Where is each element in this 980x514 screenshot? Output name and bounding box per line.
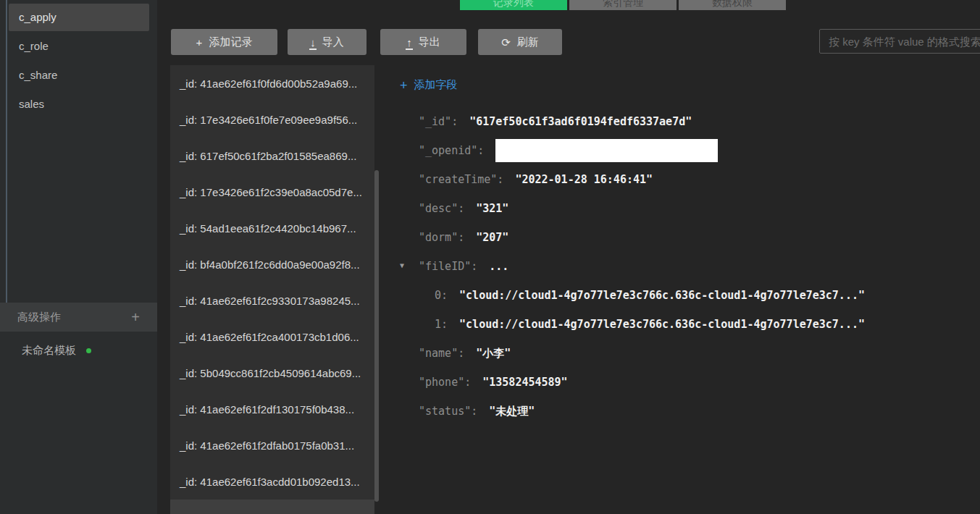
template-status-dot-icon bbox=[86, 348, 91, 353]
refresh-icon: ⟳ bbox=[501, 37, 511, 48]
json-field-row: "phone":"13582454589" bbox=[419, 368, 969, 397]
json-field-row: "createTime":"2022-01-28 16:46:41" bbox=[419, 165, 969, 194]
record-list-scrollbar[interactable] bbox=[374, 170, 379, 502]
json-value: "617ef50c61f3ad6f0194fedf6337ae7d" bbox=[469, 115, 692, 128]
json-key: "createTime": bbox=[419, 173, 503, 186]
import-icon: ↓ bbox=[310, 37, 316, 48]
record-row[interactable]: _id: bf4a0bf261f2c6dd0a9e00a92f8... bbox=[170, 246, 374, 282]
record-row[interactable]: _id: 617ef50c61f2ba2f01585ea869... bbox=[170, 138, 374, 174]
json-key: 0: bbox=[435, 289, 448, 302]
record-row[interactable]: _id: 41ae62ef61f2df130175f0b438... bbox=[170, 391, 374, 427]
record-row[interactable]: _id: 41ae62ef61f0fd6d00b52a9a69... bbox=[170, 65, 374, 101]
json-field-row: 0:"cloud://cloud1-4g7o77le7e3c766c.636c-… bbox=[419, 281, 969, 310]
import-button[interactable]: ↓ 导入 bbox=[288, 29, 367, 55]
json-value: "2022-01-28 16:46:41" bbox=[515, 173, 653, 186]
json-value: "小李" bbox=[476, 347, 511, 361]
collections-sidebar: c_applyc_rolec_sharesales 高级操作 + 未命名模板 bbox=[0, 0, 157, 514]
sidebar-collection-sales[interactable]: sales bbox=[9, 90, 149, 118]
record-row[interactable]: _id: 41ae62ef61f2dfab0175fa0b31... bbox=[170, 427, 374, 463]
record-row[interactable]: _id: 17e3426e61f0fe7e09ee9a9f56... bbox=[170, 101, 374, 138]
json-value: "207" bbox=[476, 231, 508, 244]
collapse-arrow-icon[interactable]: ▼ bbox=[400, 261, 404, 269]
import-label: 导入 bbox=[322, 35, 344, 49]
json-field-row: "_id":"617ef50c61f3ad6f0194fedf6337ae7d" bbox=[419, 107, 969, 136]
record-row[interactable]: _id: 41ae62ef61f2ca400173cb1d06... bbox=[170, 319, 374, 355]
json-value: ... bbox=[489, 260, 508, 273]
tab-数据权限[interactable]: 数据权限 bbox=[679, 0, 786, 10]
refresh-label: 刷新 bbox=[517, 35, 539, 49]
json-field-row: "name":"小李" bbox=[419, 339, 969, 368]
template-label: 未命名模板 bbox=[22, 344, 76, 358]
json-value: "13582454589" bbox=[482, 376, 567, 389]
record-list: _id: 41ae62ef61f0fd6d00b52a9a69..._id: 1… bbox=[170, 65, 374, 514]
json-key: "_id": bbox=[419, 115, 458, 128]
record-row[interactable]: _id: 5b049cc861f2cb4509614abc69... bbox=[170, 355, 374, 391]
json-value: "321" bbox=[476, 202, 508, 215]
export-button[interactable]: ↑ 导出 bbox=[380, 29, 466, 55]
plus-icon: + bbox=[196, 37, 203, 48]
add-advanced-op-icon[interactable]: + bbox=[131, 309, 140, 326]
sidebar-item-template[interactable]: 未命名模板 bbox=[22, 342, 91, 359]
json-key: 1: bbox=[435, 318, 448, 331]
add-field-button[interactable]: + 添加字段 bbox=[400, 78, 458, 92]
plus-icon: + bbox=[400, 79, 408, 92]
record-row[interactable]: _id: 41ae62ef61f3acdd01b092ed13... bbox=[170, 463, 374, 500]
json-detail-view: "_id":"617ef50c61f3ad6f0194fedf6337ae7d"… bbox=[419, 107, 969, 426]
json-value: "cloud://cloud1-4g7o77le7e3c766c.636c-cl… bbox=[459, 289, 865, 302]
add-record-button[interactable]: + 添加记录 bbox=[171, 29, 277, 55]
json-field-row: "status":"未处理" bbox=[419, 397, 969, 426]
json-key: "status": bbox=[419, 405, 477, 418]
json-value: "未处理" bbox=[489, 405, 535, 418]
sidebar-scrollbar[interactable] bbox=[6, 0, 7, 332]
json-field-row: "_openid": bbox=[419, 136, 969, 165]
json-field-row: 1:"cloud://cloud1-4g7o77le7e3c766c.636c-… bbox=[419, 310, 969, 339]
json-key: "phone": bbox=[419, 376, 471, 389]
json-field-row: "desc":"321" bbox=[419, 194, 969, 223]
advanced-ops-label: 高级操作 bbox=[17, 311, 61, 324]
refresh-button[interactable]: ⟳ 刷新 bbox=[478, 29, 562, 55]
export-label: 导出 bbox=[419, 35, 440, 49]
redacted-value-box bbox=[495, 139, 718, 162]
json-key: "name": bbox=[419, 347, 464, 360]
tab-索引管理[interactable]: 索引管理 bbox=[569, 0, 677, 10]
record-row[interactable]: _id: 17e3426e61f2c39e0a8ac05d7e... bbox=[170, 174, 374, 210]
json-key: "fileID": bbox=[419, 260, 477, 273]
sidebar-collection-c_apply[interactable]: c_apply bbox=[9, 4, 149, 31]
json-field-row: "dorm":"207" bbox=[419, 223, 969, 252]
export-icon: ↑ bbox=[406, 37, 412, 48]
json-key: "desc": bbox=[419, 202, 464, 215]
record-row[interactable]: _id: 54ad1eea61f2c4420bc14b967... bbox=[170, 210, 374, 246]
record-row[interactable]: _id: 41ae62ef61f2c9330173a98245... bbox=[170, 282, 374, 319]
tab-记录列表[interactable]: 记录列表 bbox=[460, 0, 567, 10]
search-input[interactable] bbox=[819, 29, 980, 54]
json-field-row: ▼"fileID":... bbox=[419, 252, 969, 281]
sidebar-collection-c_share[interactable]: c_share bbox=[9, 62, 149, 89]
add-record-label: 添加记录 bbox=[209, 35, 252, 49]
sidebar-collection-c_role[interactable]: c_role bbox=[9, 33, 149, 60]
json-value: "cloud://cloud1-4g7o77le7e3c766c.636c-cl… bbox=[459, 318, 865, 331]
collection-list: c_applyc_rolec_sharesales bbox=[9, 4, 149, 119]
record-row[interactable]: _id: 617ef50c61f3ad6f0194fedf633... bbox=[170, 500, 374, 514]
json-key: "dorm": bbox=[419, 231, 464, 244]
advanced-ops-header: 高级操作 + bbox=[0, 303, 157, 332]
json-key: "_openid": bbox=[419, 144, 484, 157]
tab-bar: 记录列表索引管理数据权限 bbox=[460, 0, 786, 10]
add-field-label: 添加字段 bbox=[414, 78, 458, 92]
